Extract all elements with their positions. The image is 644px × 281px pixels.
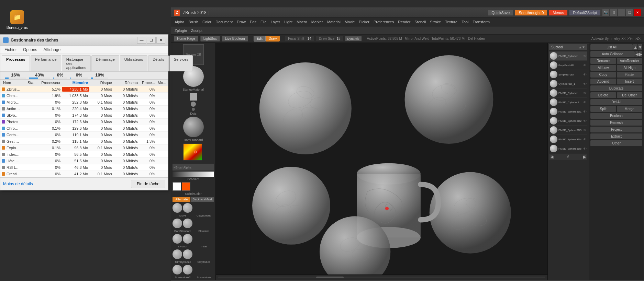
trim-dynamic-brush[interactable] xyxy=(173,249,182,259)
auto-reorder-button[interactable]: AutoReorder xyxy=(617,58,643,64)
table-row[interactable]: Gestionnaire de fen...0.2%115.1 Mo0 Mo/s… xyxy=(0,138,168,145)
table-row[interactable]: SkypeApp (3)0%174.3 Mo0 Mo/s0 Mbits/s0% xyxy=(0,112,168,119)
subtool-visibility-toggle[interactable]: 👁 xyxy=(583,91,587,95)
zb-menu-preferences[interactable]: Preferences xyxy=(372,19,395,25)
table-row[interactable]: Antimalware Servic...0.1%220.4 Mo0 Mo/s0… xyxy=(0,106,168,112)
zb-menu-draw[interactable]: Draw xyxy=(235,19,247,25)
col-mem[interactable]: Mémoire xyxy=(62,80,89,85)
subtool-visibility-toggle[interactable]: 👁 xyxy=(583,147,587,151)
zb-menu-transform[interactable]: Transform xyxy=(471,19,491,25)
duplicate-button[interactable]: Duplicate xyxy=(590,85,642,91)
quicksave-button[interactable]: QuickSave xyxy=(488,10,513,15)
table-row[interactable]: Chromium host ex...0.1%129.6 Mo0 Mo/s0 M… xyxy=(0,125,168,132)
zb-menu-edit[interactable]: Edit xyxy=(248,19,258,25)
backface-mask-button[interactable]: BackfaceMask xyxy=(191,197,214,202)
maximize-zb-button[interactable]: ☐ xyxy=(626,9,633,16)
zb-menu-layer[interactable]: Layer xyxy=(269,19,282,25)
tab-performance[interactable]: Performance xyxy=(31,55,61,71)
home-page-button[interactable]: Home Page xyxy=(174,36,198,42)
zb-menu-picker[interactable]: Picker xyxy=(357,19,371,25)
copy-button[interactable]: Copy xyxy=(590,72,616,78)
subtool-visibility-toggle[interactable]: 👁 xyxy=(583,101,587,104)
col-proc[interactable]: Processeur xyxy=(38,80,62,85)
ac-left[interactable]: ◀ xyxy=(635,51,639,57)
color-gradient-area[interactable] xyxy=(183,143,202,161)
close-button[interactable]: ✕ xyxy=(156,37,165,44)
snake-hook-brush[interactable] xyxy=(183,265,192,274)
subtool-visibility-toggle[interactable]: 👁 xyxy=(583,128,587,132)
subtool-visibility-toggle[interactable]: 👁 xyxy=(583,54,587,58)
paste-button[interactable]: Paste xyxy=(617,72,643,78)
dam-standard-preview[interactable] xyxy=(183,117,204,137)
camera-icon[interactable]: 📷 xyxy=(602,9,609,16)
tab-services[interactable]: Services xyxy=(169,55,193,71)
remesh-button[interactable]: Remesh xyxy=(590,120,642,126)
scroll-track[interactable] xyxy=(218,277,545,278)
dot-small[interactable] xyxy=(192,108,195,111)
subtool-item[interactable]: PM3D_Cylinder👁 xyxy=(549,89,587,98)
zb-menu-macro[interactable]: Macro xyxy=(295,19,309,25)
tab-details[interactable]: Détails xyxy=(148,55,169,71)
alternate-button[interactable]: Alternate xyxy=(173,197,190,202)
all-low-button[interactable]: All Low xyxy=(590,65,616,71)
subtool-item[interactable]: PM3D_Sphere3D2👁 xyxy=(549,116,587,126)
boolean-button[interactable]: Boolean xyxy=(590,113,642,119)
tab-historique[interactable]: Historique des applications xyxy=(62,55,91,71)
maximize-button[interactable]: ☐ xyxy=(147,37,156,44)
fin-de-tache-button[interactable]: Fin de tâche xyxy=(131,180,165,188)
subtool-item[interactable]: PM3D_Sphere3D5👁 xyxy=(549,144,587,153)
table-row[interactable]: Creative Cloud (32 ...0%41.2 Mo0.1 Mo/s0… xyxy=(0,171,168,177)
menu-options[interactable]: Options xyxy=(20,47,40,53)
zb-menu-file[interactable]: File xyxy=(259,19,268,25)
zb-menu-tool[interactable]: Tool xyxy=(460,19,470,25)
col-proc2[interactable]: Proce... xyxy=(139,80,156,85)
zb-menu-material[interactable]: Material xyxy=(326,19,342,25)
zb-menu-stencil[interactable]: Stencil xyxy=(413,19,427,25)
color-white[interactable] xyxy=(173,182,181,191)
table-row[interactable]: Cortana (2)0%119.1 Mo0 Mo/s0 Mbits/s0% xyxy=(0,132,168,138)
delete-button[interactable]: Delete xyxy=(590,92,616,98)
move-brush[interactable] xyxy=(173,203,182,213)
other-button[interactable]: Other xyxy=(590,140,642,146)
col-net[interactable]: Réseau xyxy=(113,80,139,85)
menu-fichier[interactable]: Fichier xyxy=(2,47,20,53)
mirror-weld-button[interactable]: Mirror And Weld xyxy=(405,37,430,40)
zb-menu-brush[interactable]: Brush xyxy=(187,19,200,25)
table-row[interactable]: ZBrush Executable5.1%7 230.1 Mo0 Mo/s0 M… xyxy=(0,86,168,93)
table-row[interactable]: Explorateur Windows0.1%96.3 Mo0.1 Mo/s0 … xyxy=(0,145,168,151)
col-nom[interactable]: Nom xyxy=(2,80,21,85)
zb-menu-alpha[interactable]: Alpha xyxy=(173,19,186,25)
col-sta[interactable]: Sta... xyxy=(21,80,38,85)
menu-affichage[interactable]: Affichage xyxy=(41,47,63,53)
snake-hook2-brush[interactable] xyxy=(173,265,182,274)
close-zb-button[interactable]: ✕ xyxy=(634,9,641,16)
subtool-visibility-toggle[interactable]: 👁 xyxy=(583,82,587,86)
all-high-button[interactable]: All High xyxy=(617,65,643,71)
table-row[interactable]: Photos0%172.6 Mo0 Mo/s0 Mbits/s0% xyxy=(0,119,168,125)
edit-button[interactable]: Edit xyxy=(254,36,266,42)
draw-button[interactable]: Draw xyxy=(266,36,280,42)
zb-menu-marker[interactable]: Marker xyxy=(310,19,324,25)
moins-details-link[interactable]: Moins de détails xyxy=(3,182,33,186)
project-button[interactable]: Project xyxy=(590,127,642,132)
table-row[interactable]: Hôte de l'expérienc...0%51.5 Mo0 Mo/s0 M… xyxy=(0,158,168,164)
minimize-zb-button[interactable]: — xyxy=(618,9,625,16)
subtool-item[interactable]: PolyMesh3D👁 xyxy=(549,61,587,70)
tab-demarrage[interactable]: Démarrage xyxy=(91,55,119,71)
zb-menu-document[interactable]: Document xyxy=(214,19,234,25)
subtool-item[interactable]: PM3D_Sphere3D1👁 xyxy=(549,107,587,116)
zb-menu-movie[interactable]: Movie xyxy=(343,19,356,25)
zplugin-menu[interactable]: Zplugin xyxy=(173,28,188,33)
color-picker[interactable] xyxy=(183,143,204,162)
col-mo[interactable]: Mo... xyxy=(156,80,167,85)
zscript-menu[interactable]: Zscript xyxy=(190,28,204,33)
num-up-button[interactable]: ▶ xyxy=(583,155,586,159)
list-all-up[interactable]: ▲ xyxy=(633,44,637,50)
tab-utilisateurs[interactable]: Utilisateurs xyxy=(120,55,147,71)
dam-standard-brush[interactable] xyxy=(173,219,182,228)
extract-button[interactable]: Extract xyxy=(590,133,642,139)
zb-menu-stroke[interactable]: Stroke xyxy=(429,19,442,25)
table-row[interactable]: Indexeur Microsoft ...0%56.5 Mo0 Mo/s0 M… xyxy=(0,151,168,158)
del-all-button[interactable]: Del All xyxy=(590,99,642,105)
zb-menu-color[interactable]: Color xyxy=(201,19,213,25)
